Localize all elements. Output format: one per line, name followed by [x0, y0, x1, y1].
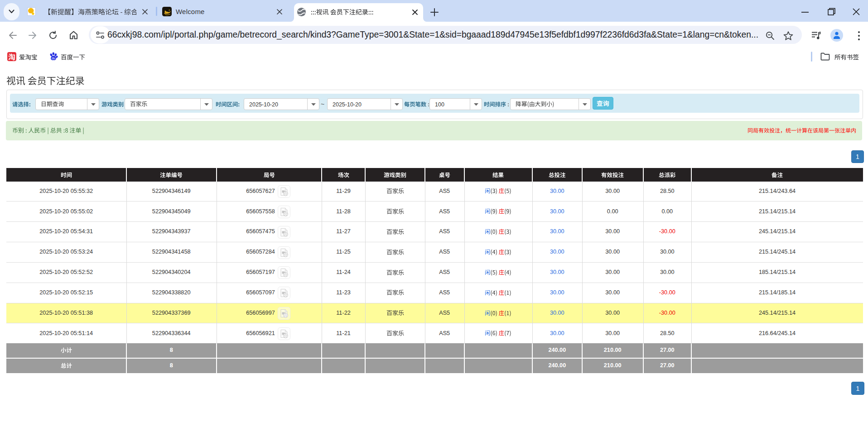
svg-text:du: du: [52, 57, 55, 60]
